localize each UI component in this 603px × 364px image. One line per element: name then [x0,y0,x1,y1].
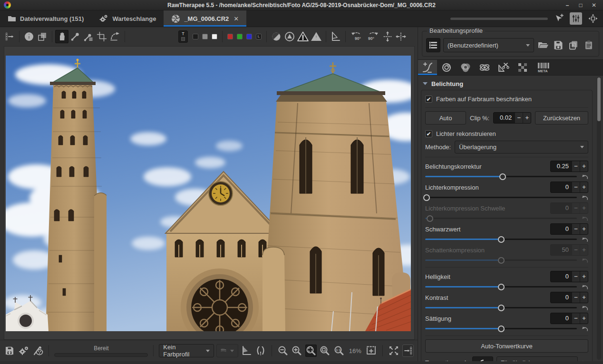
checkbox-check-icon[interactable]: ✔ [425,130,432,137]
softproof-dropdown[interactable] [216,344,238,357]
exposure-expander[interactable]: Belichtung [421,77,593,90]
duplicate-icon[interactable] [36,30,49,43]
preview-focus-icon[interactable] [283,30,296,43]
fullscreen-icon[interactable] [388,345,399,357]
wb-picker-icon[interactable] [68,30,82,43]
tone-curve-dropdown[interactable]: Filmähnlich [496,356,578,361]
spin-plus-button[interactable]: + [580,292,588,303]
bg-black-swatch[interactable] [193,34,198,39]
bg-color-selector[interactable]: T [178,30,188,43]
split-view-icon[interactable] [254,345,266,357]
slider-track[interactable] [425,307,577,308]
slider-spinbox[interactable]: 0 − + [550,182,588,193]
close-button[interactable]: ✕ [590,2,598,9]
slider-knob[interactable] [423,194,430,201]
toggle-right-panel-icon[interactable] [402,345,414,357]
tab-editor[interactable]: _MG_0006.CR2 ✕ [164,10,246,27]
zoom-100-icon[interactable]: 1:1 [333,345,345,357]
slider-reset-icon[interactable] [581,284,588,290]
spin-minus-button[interactable]: − [572,292,580,303]
spin-minus-button[interactable]: − [515,113,523,123]
tab-exposure[interactable] [418,60,437,75]
tab-file-browser[interactable]: Dateiverwaltung (151) [0,10,91,27]
slider-reset-icon[interactable] [581,215,588,221]
zoom-fit-icon[interactable] [305,345,317,357]
spin-minus-button[interactable]: − [572,161,580,172]
color-picker-icon[interactable] [82,30,95,43]
clip-colors-checkbox[interactable]: ✔ Farben auf Farbraum beschränken [425,94,588,104]
slider-reset-icon[interactable] [581,305,588,311]
slider-track[interactable] [425,197,577,198]
reset-button[interactable]: Zurücksetzen [535,111,588,125]
profile-dropdown[interactable]: (Benutzerdefiniert) [443,38,534,52]
auto-tone-curve-button[interactable]: Auto-Tonwertkurve [425,339,588,353]
spin-minus-button[interactable]: − [572,313,580,324]
tab-raw[interactable] [513,60,532,75]
clipped-highlights-icon[interactable] [296,30,310,43]
slider-knob[interactable] [498,305,505,311]
info-icon[interactable] [22,30,36,43]
clipped-shadows-icon[interactable] [310,30,323,43]
slider-knob[interactable] [498,236,505,243]
copy-profile-icon[interactable] [567,39,580,51]
straighten-icon[interactable] [108,30,122,43]
scrollbar-thumb[interactable] [597,77,601,121]
slider-track[interactable] [425,176,577,177]
method-dropdown[interactable]: Überlagerung [455,141,588,153]
save-icon[interactable] [4,345,15,357]
slider-reset-icon[interactable] [581,326,588,332]
spin-plus-button[interactable]: + [580,161,588,172]
slider-reset-icon[interactable] [581,236,588,242]
preview-mask-icon[interactable] [329,30,342,43]
rotate-left-90-icon[interactable]: 90° [349,30,365,43]
slider-spinbox[interactable]: 0 − + [550,292,588,303]
slider-knob[interactable] [499,173,506,180]
tab-transform[interactable] [494,60,513,75]
save-profile-icon[interactable] [552,39,564,51]
cursor-plus-icon[interactable] [553,12,565,25]
spin-minus-button[interactable]: − [572,245,580,255]
photo-cathedral[interactable] [6,56,411,331]
slider-reset-icon[interactable] [581,173,588,180]
slider-knob[interactable] [498,326,505,332]
zoom-in-icon[interactable] [291,345,302,357]
panel-scrollbar[interactable] [597,77,601,360]
slider-knob[interactable] [498,284,505,290]
minimize-button[interactable]: – [563,2,572,9]
spin-minus-button[interactable]: − [572,224,580,234]
panel-width-slider[interactable] [450,18,548,20]
image-canvas[interactable] [4,46,415,340]
red-channel-swatch[interactable] [227,34,233,39]
slider-track[interactable] [425,239,577,240]
highlight-reconstruction-checkbox[interactable]: ✔ Lichter rekonstruieren [425,128,588,139]
bg-white-swatch[interactable] [212,34,217,39]
tab-color[interactable] [456,60,475,75]
tab-queue[interactable]: Warteschlange [91,10,164,27]
spin-minus-button[interactable]: − [572,182,580,192]
slider-track[interactable] [425,218,577,219]
crop-icon[interactable] [95,30,108,43]
blue-channel-swatch[interactable] [246,34,252,39]
slider-track[interactable] [425,286,577,287]
curve-type-button[interactable] [472,356,493,361]
slider-spinbox[interactable]: 0 − + [550,271,588,282]
clip-spinbox[interactable]: 0.02 − + [493,112,531,124]
before-after-icon[interactable] [241,345,252,357]
flip-horizontal-icon[interactable] [394,30,408,43]
mixer-icon[interactable] [570,12,582,25]
maximize-button[interactable]: □ [576,2,585,9]
auto-levels-button[interactable]: Auto [425,111,466,125]
spin-plus-button[interactable]: + [580,224,588,234]
slider-reset-icon[interactable] [581,257,588,263]
spin-minus-button[interactable]: − [572,271,580,282]
move-pan-icon[interactable] [587,12,599,25]
detail-window-icon[interactable] [366,345,377,357]
slider-track[interactable] [425,259,577,261]
zoom-out-icon[interactable] [277,345,289,357]
zoom-fit-crop-icon[interactable] [319,345,331,357]
collapse-left-panel-icon[interactable] [3,30,16,43]
slider-spinbox[interactable]: 50 − + [550,244,588,256]
tab-meta[interactable]: META [532,60,557,75]
spin-minus-button[interactable]: − [572,203,580,213]
slider-knob[interactable] [427,215,433,222]
